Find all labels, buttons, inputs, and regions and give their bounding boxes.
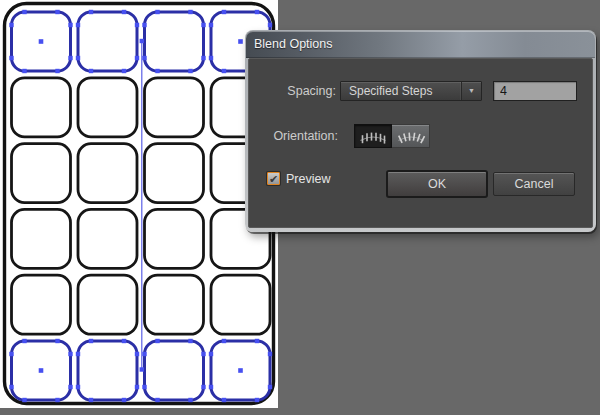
preview-checkbox[interactable]: ✔ — [267, 172, 280, 185]
anchor-point[interactable] — [9, 385, 13, 389]
anchor-point[interactable] — [9, 352, 13, 356]
center-point[interactable] — [238, 368, 243, 373]
anchor-point[interactable] — [188, 10, 192, 14]
anchor-point[interactable] — [268, 385, 272, 389]
anchor-point[interactable] — [155, 398, 159, 402]
anchor-point[interactable] — [22, 398, 26, 402]
anchor-point[interactable] — [255, 398, 259, 402]
anchor-point[interactable] — [188, 339, 192, 343]
anchor-point[interactable] — [89, 10, 93, 14]
anchor-point[interactable] — [188, 398, 192, 402]
anchor-point[interactable] — [135, 56, 139, 60]
anchor-point[interactable] — [122, 398, 126, 402]
anchor-point[interactable] — [68, 352, 72, 356]
anchor-point[interactable] — [68, 23, 72, 27]
blend-step-square[interactable] — [78, 209, 137, 268]
dialog-body: Spacing: Specified Steps ▼ Orientation: — [248, 58, 593, 228]
anchor-point[interactable] — [22, 69, 26, 73]
align-to-path-button[interactable] — [392, 124, 430, 148]
center-point[interactable] — [39, 368, 44, 373]
anchor-point[interactable] — [255, 339, 259, 343]
anchor-point[interactable] — [142, 56, 146, 60]
anchor-point[interactable] — [201, 23, 205, 27]
align-to-page-button[interactable] — [354, 124, 392, 148]
anchor-point[interactable] — [122, 69, 126, 73]
anchor-point[interactable] — [76, 56, 80, 60]
anchor-point[interactable] — [9, 23, 13, 27]
anchor-point[interactable] — [222, 69, 226, 73]
anchor-point[interactable] — [201, 385, 205, 389]
anchor-point[interactable] — [22, 339, 26, 343]
selected-rounded-square[interactable] — [145, 341, 204, 400]
anchor-point[interactable] — [55, 398, 59, 402]
blend-step-square[interactable] — [145, 275, 204, 334]
spine-anchor-point[interactable] — [140, 367, 144, 371]
anchor-point[interactable] — [55, 69, 59, 73]
anchor-point[interactable] — [155, 10, 159, 14]
spacing-label: Spacing: — [249, 84, 336, 98]
center-point[interactable] — [238, 39, 243, 44]
anchor-point[interactable] — [209, 23, 213, 27]
blend-step-square[interactable] — [78, 144, 137, 203]
blend-step-square[interactable] — [12, 78, 71, 137]
spine-anchor-point[interactable] — [140, 39, 144, 43]
anchor-point[interactable] — [55, 339, 59, 343]
anchor-point[interactable] — [155, 339, 159, 343]
anchor-point[interactable] — [68, 385, 72, 389]
center-point[interactable] — [39, 39, 44, 44]
anchor-point[interactable] — [201, 56, 205, 60]
cancel-button[interactable]: Cancel — [493, 172, 575, 196]
anchor-point[interactable] — [68, 56, 72, 60]
anchor-point[interactable] — [76, 352, 80, 356]
blend-step-square[interactable] — [211, 275, 270, 334]
blend-step-square[interactable] — [12, 209, 71, 268]
anchor-point[interactable] — [222, 10, 226, 14]
anchor-point[interactable] — [76, 385, 80, 389]
anchor-point[interactable] — [142, 385, 146, 389]
orientation-button-group — [354, 124, 430, 148]
anchor-point[interactable] — [22, 10, 26, 14]
anchor-point[interactable] — [201, 352, 205, 356]
blend-step-square[interactable] — [12, 275, 71, 334]
anchor-point[interactable] — [9, 56, 13, 60]
anchor-point[interactable] — [142, 23, 146, 27]
anchor-point[interactable] — [135, 385, 139, 389]
anchor-point[interactable] — [142, 352, 146, 356]
blend-step-square[interactable] — [145, 144, 204, 203]
anchor-point[interactable] — [268, 23, 272, 27]
anchor-point[interactable] — [155, 69, 159, 73]
anchor-point[interactable] — [268, 352, 272, 356]
dropdown-arrow-box[interactable]: ▼ — [461, 82, 481, 100]
anchor-point[interactable] — [255, 10, 259, 14]
anchor-point[interactable] — [89, 69, 93, 73]
anchor-point[interactable] — [76, 23, 80, 27]
anchor-point[interactable] — [209, 385, 213, 389]
selected-rounded-square[interactable] — [78, 341, 137, 400]
blend-step-square[interactable] — [12, 144, 71, 203]
anchor-point[interactable] — [222, 339, 226, 343]
anchor-point[interactable] — [89, 398, 93, 402]
steps-input[interactable] — [493, 81, 577, 101]
spacing-dropdown-value: Specified Steps — [349, 82, 432, 100]
anchor-point[interactable] — [122, 339, 126, 343]
dialog-titlebar[interactable]: Blend Options — [246, 31, 595, 58]
anchor-point[interactable] — [135, 23, 139, 27]
align-to-path-icon — [396, 128, 426, 144]
anchor-point[interactable] — [122, 10, 126, 14]
spacing-dropdown[interactable]: Specified Steps ▼ — [340, 81, 482, 101]
blend-step-square[interactable] — [145, 209, 204, 268]
illustrator-canvas: Blend Options Spacing: Specified Steps ▼… — [0, 0, 600, 415]
anchor-point[interactable] — [209, 352, 213, 356]
blend-step-square[interactable] — [78, 275, 137, 334]
anchor-point[interactable] — [135, 352, 139, 356]
blend-step-square[interactable] — [78, 78, 137, 137]
anchor-point[interactable] — [89, 339, 93, 343]
selected-rounded-square[interactable] — [145, 12, 204, 71]
anchor-point[interactable] — [209, 56, 213, 60]
selected-rounded-square[interactable] — [78, 12, 137, 71]
anchor-point[interactable] — [222, 398, 226, 402]
anchor-point[interactable] — [55, 10, 59, 14]
anchor-point[interactable] — [188, 69, 192, 73]
blend-step-square[interactable] — [145, 78, 204, 137]
ok-button[interactable]: OK — [386, 170, 488, 198]
